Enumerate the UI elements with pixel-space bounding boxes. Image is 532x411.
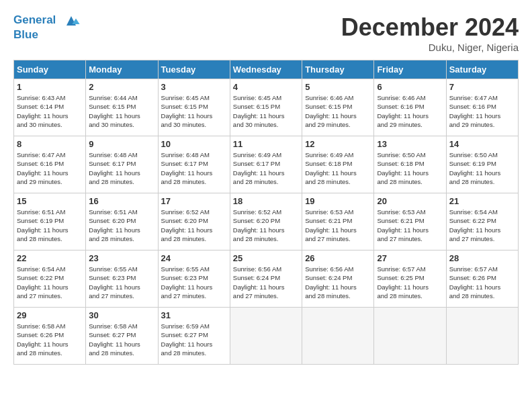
logo: General Blue — [13, 13, 81, 42]
day-number: 27 — [377, 253, 443, 263]
calendar-cell: 26Sunrise: 6:56 AM Sunset: 6:24 PM Dayli… — [302, 250, 374, 308]
calendar-cell: 25Sunrise: 6:56 AM Sunset: 6:24 PM Dayli… — [230, 250, 302, 308]
calendar-week-1: 1Sunrise: 6:43 AM Sunset: 6:14 PM Daylig… — [14, 79, 519, 136]
calendar-header-row: SundayMondayTuesdayWednesdayThursdayFrid… — [14, 60, 519, 79]
day-number: 18 — [233, 196, 299, 206]
day-number: 9 — [89, 139, 154, 149]
day-info: Sunrise: 6:55 AM Sunset: 6:23 PM Dayligh… — [89, 265, 154, 300]
calendar-cell: 23Sunrise: 6:55 AM Sunset: 6:23 PM Dayli… — [86, 250, 158, 308]
day-number: 29 — [17, 310, 83, 320]
calendar-cell: 6Sunrise: 6:46 AM Sunset: 6:16 PM Daylig… — [374, 79, 446, 136]
calendar-week-3: 15Sunrise: 6:51 AM Sunset: 6:19 PM Dayli… — [14, 193, 519, 250]
day-number: 3 — [161, 82, 227, 92]
calendar-cell: 29Sunrise: 6:58 AM Sunset: 6:26 PM Dayli… — [14, 308, 86, 365]
calendar-cell: 14Sunrise: 6:50 AM Sunset: 6:19 PM Dayli… — [446, 136, 518, 193]
day-info: Sunrise: 6:56 AM Sunset: 6:24 PM Dayligh… — [233, 265, 299, 300]
day-number: 23 — [89, 253, 154, 263]
day-number: 6 — [377, 82, 443, 92]
day-number: 11 — [233, 139, 299, 149]
calendar-cell: 15Sunrise: 6:51 AM Sunset: 6:19 PM Dayli… — [14, 193, 86, 250]
day-info: Sunrise: 6:57 AM Sunset: 6:25 PM Dayligh… — [377, 265, 443, 300]
calendar-cell — [230, 308, 302, 365]
logo-icon — [62, 13, 81, 28]
day-number: 25 — [233, 253, 299, 263]
day-info: Sunrise: 6:58 AM Sunset: 6:27 PM Dayligh… — [89, 322, 154, 357]
calendar-cell: 11Sunrise: 6:49 AM Sunset: 6:17 PM Dayli… — [230, 136, 302, 193]
day-info: Sunrise: 6:50 AM Sunset: 6:18 PM Dayligh… — [377, 150, 443, 186]
calendar-cell — [374, 308, 446, 365]
logo-text: General Blue — [13, 13, 81, 42]
calendar-cell: 17Sunrise: 6:52 AM Sunset: 6:20 PM Dayli… — [158, 193, 230, 250]
day-info: Sunrise: 6:52 AM Sunset: 6:20 PM Dayligh… — [233, 208, 299, 243]
day-info: Sunrise: 6:53 AM Sunset: 6:21 PM Dayligh… — [305, 208, 371, 243]
calendar-cell: 20Sunrise: 6:53 AM Sunset: 6:21 PM Dayli… — [374, 193, 446, 250]
day-info: Sunrise: 6:46 AM Sunset: 6:15 PM Dayligh… — [305, 93, 371, 129]
day-number: 4 — [233, 82, 299, 92]
day-info: Sunrise: 6:45 AM Sunset: 6:15 PM Dayligh… — [233, 93, 299, 129]
day-info: Sunrise: 6:44 AM Sunset: 6:15 PM Dayligh… — [89, 93, 154, 129]
calendar-cell: 10Sunrise: 6:48 AM Sunset: 6:17 PM Dayli… — [158, 136, 230, 193]
day-number: 1 — [17, 82, 83, 92]
day-info: Sunrise: 6:54 AM Sunset: 6:22 PM Dayligh… — [449, 208, 515, 243]
calendar-cell: 5Sunrise: 6:46 AM Sunset: 6:15 PM Daylig… — [302, 79, 374, 136]
day-number: 13 — [377, 139, 443, 149]
day-number: 17 — [161, 196, 227, 206]
weekday-header-friday: Friday — [374, 60, 446, 79]
day-number: 28 — [449, 253, 515, 263]
calendar-cell: 2Sunrise: 6:44 AM Sunset: 6:15 PM Daylig… — [86, 79, 158, 136]
day-info: Sunrise: 6:55 AM Sunset: 6:23 PM Dayligh… — [161, 265, 227, 300]
calendar-week-5: 29Sunrise: 6:58 AM Sunset: 6:26 PM Dayli… — [14, 308, 519, 365]
calendar-cell — [302, 308, 374, 365]
day-number: 21 — [449, 196, 515, 206]
weekday-header-wednesday: Wednesday — [230, 60, 302, 79]
calendar-cell: 24Sunrise: 6:55 AM Sunset: 6:23 PM Dayli… — [158, 250, 230, 308]
day-number: 15 — [17, 196, 83, 206]
calendar-cell: 21Sunrise: 6:54 AM Sunset: 6:22 PM Dayli… — [446, 193, 518, 250]
day-info: Sunrise: 6:50 AM Sunset: 6:19 PM Dayligh… — [449, 150, 515, 186]
weekday-header-tuesday: Tuesday — [158, 60, 230, 79]
calendar-table: SundayMondayTuesdayWednesdayThursdayFrid… — [13, 60, 519, 365]
calendar-cell: 30Sunrise: 6:58 AM Sunset: 6:27 PM Dayli… — [86, 308, 158, 365]
day-number: 8 — [17, 139, 83, 149]
calendar-cell: 9Sunrise: 6:48 AM Sunset: 6:17 PM Daylig… — [86, 136, 158, 193]
day-info: Sunrise: 6:49 AM Sunset: 6:17 PM Dayligh… — [233, 150, 299, 186]
day-info: Sunrise: 6:47 AM Sunset: 6:16 PM Dayligh… — [17, 150, 83, 186]
calendar-cell: 13Sunrise: 6:50 AM Sunset: 6:18 PM Dayli… — [374, 136, 446, 193]
day-number: 22 — [17, 253, 83, 263]
day-number: 2 — [89, 82, 154, 92]
weekday-header-monday: Monday — [86, 60, 158, 79]
calendar-cell: 12Sunrise: 6:49 AM Sunset: 6:18 PM Dayli… — [302, 136, 374, 193]
day-number: 16 — [89, 196, 154, 206]
day-info: Sunrise: 6:54 AM Sunset: 6:22 PM Dayligh… — [17, 265, 83, 300]
calendar-cell: 22Sunrise: 6:54 AM Sunset: 6:22 PM Dayli… — [14, 250, 86, 308]
calendar-week-2: 8Sunrise: 6:47 AM Sunset: 6:16 PM Daylig… — [14, 136, 519, 193]
calendar-cell: 31Sunrise: 6:59 AM Sunset: 6:27 PM Dayli… — [158, 308, 230, 365]
day-number: 31 — [161, 310, 227, 320]
page-header: General Blue December 2024 Duku, Niger, … — [13, 13, 519, 53]
month-title: December 2024 — [341, 13, 519, 42]
day-number: 20 — [377, 196, 443, 206]
day-info: Sunrise: 6:49 AM Sunset: 6:18 PM Dayligh… — [305, 150, 371, 186]
day-info: Sunrise: 6:43 AM Sunset: 6:14 PM Dayligh… — [17, 93, 83, 129]
calendar-cell: 1Sunrise: 6:43 AM Sunset: 6:14 PM Daylig… — [14, 79, 86, 136]
calendar-cell: 3Sunrise: 6:45 AM Sunset: 6:15 PM Daylig… — [158, 79, 230, 136]
calendar-cell: 28Sunrise: 6:57 AM Sunset: 6:26 PM Dayli… — [446, 250, 518, 308]
calendar-week-4: 22Sunrise: 6:54 AM Sunset: 6:22 PM Dayli… — [14, 250, 519, 308]
day-info: Sunrise: 6:46 AM Sunset: 6:16 PM Dayligh… — [377, 93, 443, 129]
weekday-header-sunday: Sunday — [14, 60, 86, 79]
day-number: 19 — [305, 196, 371, 206]
calendar-cell: 27Sunrise: 6:57 AM Sunset: 6:25 PM Dayli… — [374, 250, 446, 308]
day-info: Sunrise: 6:58 AM Sunset: 6:26 PM Dayligh… — [17, 322, 83, 357]
day-number: 14 — [449, 139, 515, 149]
calendar-cell: 7Sunrise: 6:47 AM Sunset: 6:16 PM Daylig… — [446, 79, 518, 136]
day-info: Sunrise: 6:51 AM Sunset: 6:19 PM Dayligh… — [17, 208, 83, 243]
day-info: Sunrise: 6:52 AM Sunset: 6:20 PM Dayligh… — [161, 208, 227, 243]
calendar-cell: 19Sunrise: 6:53 AM Sunset: 6:21 PM Dayli… — [302, 193, 374, 250]
weekday-header-saturday: Saturday — [446, 60, 518, 79]
location: Duku, Niger, Nigeria — [341, 42, 519, 53]
weekday-header-thursday: Thursday — [302, 60, 374, 79]
calendar-cell: 8Sunrise: 6:47 AM Sunset: 6:16 PM Daylig… — [14, 136, 86, 193]
day-number: 5 — [305, 82, 371, 92]
day-number: 7 — [449, 82, 515, 92]
calendar-cell: 16Sunrise: 6:51 AM Sunset: 6:20 PM Dayli… — [86, 193, 158, 250]
